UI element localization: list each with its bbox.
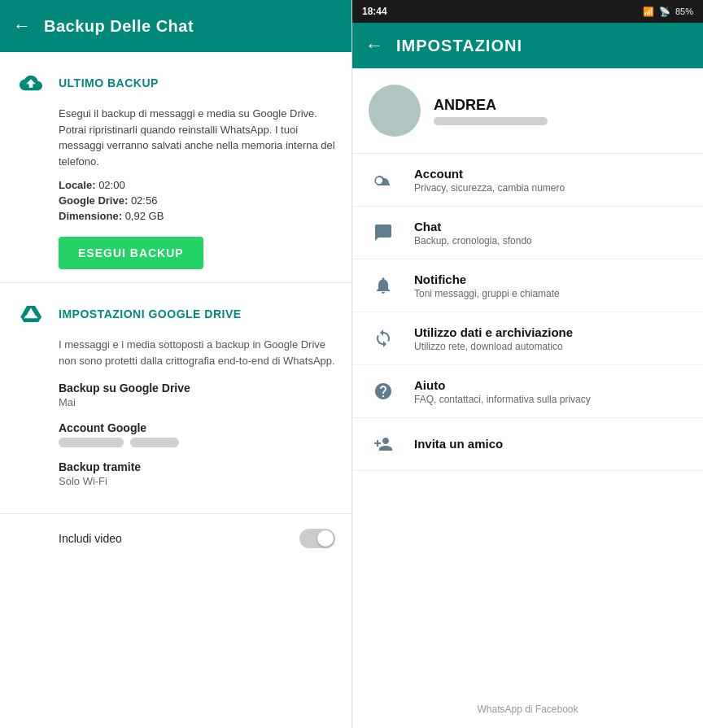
menu-item-aiuto[interactable]: Aiuto FAQ, contattaci, informativa sulla… xyxy=(352,365,703,418)
chat-menu-title: Chat xyxy=(414,220,687,233)
account-placeholder xyxy=(59,438,335,447)
chat-menu-text: Chat Backup, cronologia, sfondo xyxy=(414,220,687,246)
menu-item-chat[interactable]: Chat Backup, cronologia, sfondo xyxy=(352,207,703,259)
notifiche-menu-text: Notifiche Toni messaggi, gruppi e chiama… xyxy=(414,272,687,299)
backup-tramite-label: Backup tramite xyxy=(59,460,335,473)
chat-menu-sub: Backup, cronologia, sfondo xyxy=(414,235,687,246)
ultimo-backup-section: Ultimo backup Esegui il backup di messag… xyxy=(0,52,352,283)
account-google-item[interactable]: Account Google xyxy=(59,421,335,447)
google-drive-icon xyxy=(16,299,46,329)
bell-icon xyxy=(369,271,398,300)
invita-menu-text: Invita un amico xyxy=(414,437,687,452)
footer-text: WhatsApp di Facebook xyxy=(352,691,703,728)
menu-item-utilizzo[interactable]: Utilizzo dati e archiviazione Utilizzo r… xyxy=(352,312,703,365)
ultimo-backup-title: Ultimo backup xyxy=(59,76,159,89)
menu-item-account[interactable]: Account Privacy, sicurezza, cambia numer… xyxy=(352,154,703,207)
left-back-button[interactable]: ← xyxy=(13,15,31,37)
battery-text: 85% xyxy=(675,7,693,16)
includi-video-row: Includi video xyxy=(0,514,352,563)
left-page-title: Backup delle chat xyxy=(44,17,194,36)
account-menu-sub: Privacy, sicurezza, cambia numero xyxy=(414,182,687,194)
person-add-icon xyxy=(369,429,398,459)
help-icon xyxy=(369,377,398,406)
invita-menu-title: Invita un amico xyxy=(414,437,687,451)
utilizzo-menu-title: Utilizzo dati e archiviazione xyxy=(414,325,687,339)
includi-video-toggle[interactable] xyxy=(299,529,335,548)
chat-icon xyxy=(369,218,398,247)
settings-menu: Account Privacy, sicurezza, cambia numer… xyxy=(352,154,703,471)
esegui-backup-button[interactable]: ESEGUI BACKUP xyxy=(59,237,203,269)
dimensione-row: Dimensione: 0,92 GB xyxy=(59,210,335,222)
account-google-label: Account Google xyxy=(59,421,335,434)
account-bar-1 xyxy=(59,438,124,447)
right-panel: 18:44 📶 📡 85% ← Impostazioni ANDREA Acco xyxy=(352,0,703,728)
signal-icon: 📶 xyxy=(643,7,654,17)
left-panel: ← Backup delle chat Ultimo backup Esegui… xyxy=(0,0,352,728)
cloud-upload-icon xyxy=(16,68,46,98)
gdrive-desc: I messaggi e i media sottoposti a backup… xyxy=(59,337,335,368)
gdrive-row: Google Drive: 02:56 xyxy=(59,194,335,207)
aiuto-menu-sub: FAQ, contattaci, informativa sulla priva… xyxy=(414,394,687,405)
profile-area[interactable]: ANDREA xyxy=(352,68,703,154)
ultimo-backup-header: Ultimo backup xyxy=(16,68,335,98)
aiuto-menu-text: Aiuto FAQ, contattaci, informativa sulla… xyxy=(414,378,687,405)
left-content: Ultimo backup Esegui il backup di messag… xyxy=(0,52,352,728)
backup-tramite-item[interactable]: Backup tramite Solo Wi-Fi xyxy=(59,460,335,487)
profile-subtitle-bar xyxy=(434,117,548,125)
wifi-icon: 📡 xyxy=(659,7,670,17)
includi-video-label: Includi video xyxy=(59,532,122,545)
utilizzo-menu-sub: Utilizzo rete, download automatico xyxy=(414,341,687,352)
key-icon xyxy=(369,165,398,194)
backup-tramite-value: Solo Wi-Fi xyxy=(59,475,335,487)
ultimo-backup-desc: Esegui il backup di messaggi e media su … xyxy=(59,106,335,169)
notifiche-menu-sub: Toni messaggi, gruppi e chiamate xyxy=(414,288,687,299)
left-header: ← Backup delle chat xyxy=(0,0,352,52)
status-bar: 18:44 📶 📡 85% xyxy=(352,0,703,23)
gdrive-section-title: Impostazioni Google Drive xyxy=(59,307,242,320)
gdrive-section: Impostazioni Google Drive I messaggi e i… xyxy=(0,283,352,514)
gdrive-section-header: Impostazioni Google Drive xyxy=(16,299,335,329)
backup-su-value: Mai xyxy=(59,396,335,408)
right-page-title: Impostazioni xyxy=(396,37,522,55)
account-menu-text: Account Privacy, sicurezza, cambia numer… xyxy=(414,167,687,194)
right-back-button[interactable]: ← xyxy=(365,35,383,56)
status-time: 18:44 xyxy=(362,6,387,17)
menu-item-invita[interactable]: Invita un amico xyxy=(352,418,703,471)
right-header: ← Impostazioni xyxy=(352,23,703,68)
menu-item-notifiche[interactable]: Notifiche Toni messaggi, gruppi e chiama… xyxy=(352,259,703,312)
account-menu-title: Account xyxy=(414,167,687,181)
refresh-icon xyxy=(369,324,398,353)
utilizzo-menu-text: Utilizzo dati e archiviazione Utilizzo r… xyxy=(414,325,687,352)
profile-info: ANDREA xyxy=(434,97,687,125)
locale-row: Locale: 02:00 xyxy=(59,179,335,191)
backup-su-label: Backup su Google Drive xyxy=(59,381,335,395)
account-bar-2 xyxy=(130,438,179,447)
backup-su-item[interactable]: Backup su Google Drive Mai xyxy=(59,381,335,408)
notifiche-menu-title: Notifiche xyxy=(414,272,687,286)
aiuto-menu-title: Aiuto xyxy=(414,378,687,392)
profile-name: ANDREA xyxy=(434,97,687,114)
avatar xyxy=(369,85,421,137)
status-icons: 📶 📡 85% xyxy=(643,7,693,17)
